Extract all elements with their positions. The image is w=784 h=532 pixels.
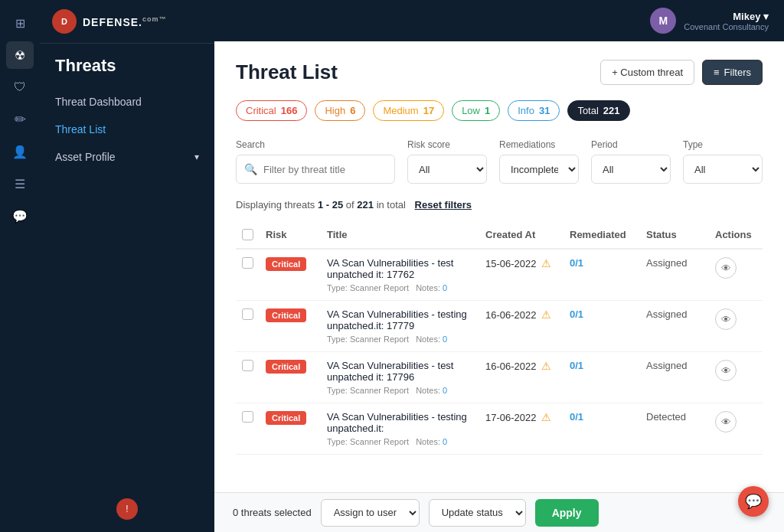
- chat-bubble-button[interactable]: 💬: [738, 486, 769, 517]
- status-1: Assigned: [646, 308, 687, 320]
- update-status-select[interactable]: Update status: [429, 499, 526, 527]
- warning-icon: ⚠: [541, 257, 551, 269]
- th-created-at: Created At: [479, 221, 564, 249]
- page-title: Threat List: [236, 60, 338, 84]
- created-at-2: 16-06-2022 ⚠: [485, 360, 557, 372]
- search-icon: 🔍: [244, 163, 257, 175]
- th-title: Title: [321, 221, 479, 249]
- table-header: Risk Title Created At Remediated Status …: [236, 221, 763, 249]
- row-checkbox-0[interactable]: [242, 257, 253, 269]
- avatar: M: [650, 8, 676, 34]
- risk-badge-0: Critical: [266, 257, 306, 271]
- remediations-label: Remediations: [499, 139, 579, 150]
- remediated-2[interactable]: 0/1: [570, 360, 583, 371]
- remediations-filter-group: Remediations AllIncompleteComplete: [499, 139, 579, 184]
- row-meta-2: Type: Scanner Report Notes: 0: [327, 386, 473, 395]
- th-risk: Risk: [260, 221, 321, 249]
- apply-button[interactable]: Apply: [535, 499, 599, 527]
- row-meta-1: Type: Scanner Report Notes: 0: [327, 335, 473, 344]
- search-label: Search: [236, 139, 395, 150]
- custom-threat-button[interactable]: + Custom threat: [600, 60, 694, 85]
- user-info[interactable]: M Mikey ▾ Covenant Consultancy: [650, 8, 769, 34]
- table-row: Critical VA Scan Vulnerabilities - test …: [236, 352, 763, 403]
- row-checkbox-3[interactable]: [242, 411, 253, 423]
- view-action-0[interactable]: 👁: [715, 257, 737, 279]
- edit-icon[interactable]: ✏: [6, 106, 34, 133]
- period-label: Period: [591, 139, 671, 150]
- sidebar-section-title: Threats: [40, 44, 214, 82]
- created-at-1: 16-06-2022 ⚠: [485, 308, 557, 321]
- chip-medium[interactable]: Medium 17: [373, 100, 444, 121]
- th-status: Status: [640, 221, 709, 249]
- eye-icon: 👁: [721, 416, 731, 428]
- sidebar-nav: Threat Dashboard Threat List Asset Profi…: [40, 82, 214, 177]
- remediated-1[interactable]: 0/1: [570, 308, 583, 320]
- header-actions: + Custom threat ≡ Filters: [600, 60, 763, 85]
- topbar: M Mikey ▾ Covenant Consultancy: [214, 0, 784, 41]
- period-select[interactable]: AllLast 7 daysLast 30 daysLast 90 days: [591, 155, 671, 184]
- warning-icon: ⚠: [541, 411, 551, 423]
- eye-icon: 👁: [721, 365, 731, 377]
- sidebar-item-threat-list[interactable]: Threat List: [40, 116, 214, 143]
- user-details: Mikey ▾ Covenant Consultancy: [684, 11, 769, 31]
- chat-nav-icon[interactable]: 💬: [6, 202, 34, 230]
- th-actions: Actions: [709, 221, 763, 249]
- sidebar: D DEFENSE.com™ Threats Threat Dashboard …: [40, 0, 214, 532]
- chip-high[interactable]: High 6: [315, 100, 365, 121]
- created-at-0: 15-06-2022 ⚠: [485, 257, 557, 269]
- hazard-icon[interactable]: ☢: [6, 41, 34, 69]
- risk-score-select[interactable]: AllCriticalHighMediumLowInfo: [407, 155, 487, 184]
- chip-info[interactable]: Info 31: [508, 100, 560, 121]
- remediations-select[interactable]: AllIncompleteComplete: [499, 155, 579, 184]
- warning-icon: ⚠: [541, 308, 551, 321]
- logo-icon: D: [52, 9, 77, 34]
- created-at-3: 17-06-2022 ⚠: [485, 411, 557, 423]
- select-all-checkbox[interactable]: [242, 229, 253, 240]
- type-select[interactable]: AllScanner ReportManual: [683, 155, 763, 184]
- remediated-0[interactable]: 0/1: [570, 257, 583, 269]
- chip-critical[interactable]: Critical 166: [236, 100, 307, 121]
- risk-badge-2: Critical: [266, 360, 306, 374]
- sidebar-item-asset-profile[interactable]: Asset Profile ▾: [40, 143, 214, 171]
- row-title-3: VA Scan Vulnerabilities - testing unpatc…: [327, 411, 473, 434]
- view-action-1[interactable]: 👁: [715, 308, 737, 330]
- risk-badge-3: Critical: [266, 411, 306, 425]
- risk-score-filter-group: Risk score AllCriticalHighMediumLowInfo: [407, 139, 487, 184]
- chip-low[interactable]: Low 1: [452, 100, 500, 121]
- row-title-1: VA Scan Vulnerabilities - testing unpatc…: [327, 308, 473, 331]
- logo-text: DEFENSE.com™: [83, 15, 167, 28]
- sidebar-alert-icon[interactable]: !: [116, 498, 138, 520]
- users-icon[interactable]: 👤: [6, 138, 34, 165]
- left-nav: ⊞ ☢ 🛡 ✏ 👤 ☰ 💬: [0, 0, 40, 532]
- table-body: Critical VA Scan Vulnerabilities - test …: [236, 249, 763, 455]
- table-row: Critical VA Scan Vulnerabilities - test …: [236, 249, 763, 301]
- bottom-bar: 0 threats selected Assign to user Update…: [214, 492, 784, 532]
- status-2: Assigned: [646, 360, 687, 371]
- view-action-3[interactable]: 👁: [715, 411, 737, 432]
- assign-to-user-select[interactable]: Assign to user: [321, 499, 420, 527]
- sidebar-logo: D DEFENSE.com™: [40, 0, 214, 44]
- status-0: Assigned: [646, 257, 687, 269]
- filter-bar: Search 🔍 Risk score AllCriticalHighMediu…: [236, 139, 763, 184]
- list-icon[interactable]: ☰: [6, 170, 34, 197]
- reset-filters-link[interactable]: Reset filters: [415, 199, 472, 211]
- row-title-0: VA Scan Vulnerabilities - test unpatched…: [327, 257, 473, 280]
- main-content: M Mikey ▾ Covenant Consultancy Threat Li…: [214, 0, 784, 532]
- chip-total[interactable]: Total 221: [567, 100, 629, 121]
- shield-icon[interactable]: 🛡: [6, 73, 34, 101]
- grid-icon[interactable]: ⊞: [6, 9, 34, 37]
- remediated-3[interactable]: 0/1: [570, 411, 583, 423]
- sidebar-item-threat-dashboard[interactable]: Threat Dashboard: [40, 88, 214, 116]
- row-title-2: VA Scan Vulnerabilities - test unpatched…: [327, 360, 473, 383]
- row-checkbox-2[interactable]: [242, 360, 253, 371]
- status-3: Detected: [646, 411, 686, 423]
- search-input[interactable]: [263, 164, 387, 175]
- warning-icon: ⚠: [541, 360, 551, 372]
- row-checkbox-1[interactable]: [242, 308, 253, 320]
- search-filter-group: Search 🔍: [236, 139, 395, 184]
- filters-button[interactable]: ≡ Filters: [702, 60, 763, 85]
- view-action-2[interactable]: 👁: [715, 360, 737, 381]
- user-company: Covenant Consultancy: [684, 22, 769, 31]
- chevron-down-icon: ▾: [194, 152, 199, 162]
- eye-icon: 👁: [721, 314, 731, 325]
